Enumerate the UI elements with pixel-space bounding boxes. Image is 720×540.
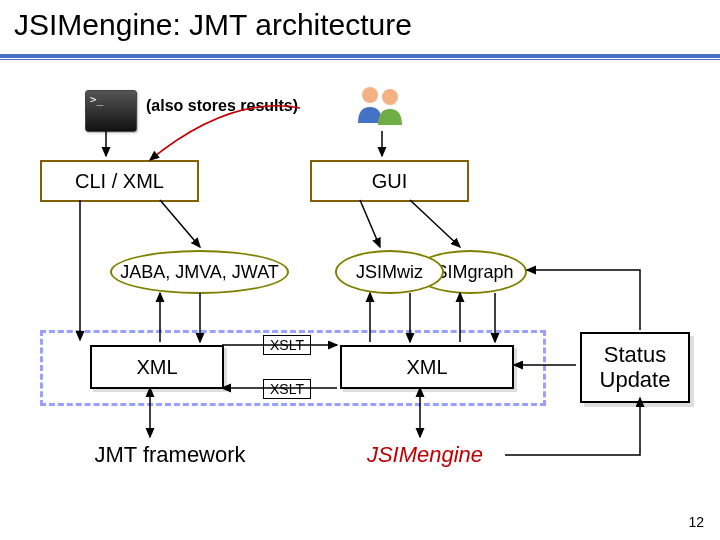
stores-results-note: (also stores results) <box>146 97 298 115</box>
svg-line-6 <box>410 200 460 247</box>
svg-point-1 <box>382 89 398 105</box>
title-underline <box>0 54 720 60</box>
xml-right-box: XML <box>340 345 514 389</box>
status-update-box: Status Update <box>580 332 690 403</box>
cli-xml-box: CLI / XML <box>40 160 199 202</box>
page-number: 12 <box>688 514 704 530</box>
jmt-framework-label: JMT framework <box>75 440 265 470</box>
svg-point-0 <box>362 87 378 103</box>
jsimwiz-oval: JSIMwiz <box>335 250 444 294</box>
terminal-icon <box>85 90 137 132</box>
xslt-label-bottom: XSLT <box>263 379 311 399</box>
page-title: JSIMengine: JMT architecture <box>14 8 412 42</box>
jsimengine-label: JSIMengine <box>345 440 505 470</box>
users-icon <box>350 83 410 129</box>
svg-line-5 <box>360 200 380 247</box>
status-line1: Status <box>590 342 680 367</box>
svg-line-4 <box>160 200 200 247</box>
jaba-jmva-jwat-oval: JABA, JMVA, JWAT <box>110 250 289 294</box>
slide: JSIMengine: JMT architecture (also store… <box>0 0 720 540</box>
gui-box: GUI <box>310 160 469 202</box>
xslt-label-top: XSLT <box>263 335 311 355</box>
status-line2: Update <box>590 367 680 392</box>
xml-left-box: XML <box>90 345 224 389</box>
